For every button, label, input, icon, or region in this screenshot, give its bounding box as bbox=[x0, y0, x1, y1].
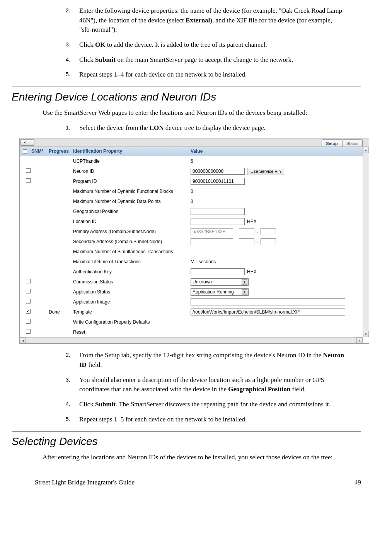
select-all-checkbox[interactable] bbox=[23, 149, 27, 153]
value-cell: 6 bbox=[189, 158, 363, 165]
value-cell: .. bbox=[189, 238, 363, 245]
static-value: 0 bbox=[191, 198, 193, 205]
table-row: Write Configuration Property Defaults bbox=[20, 317, 363, 327]
chevron-down-icon bbox=[242, 289, 247, 295]
value-cell: HEX bbox=[189, 268, 363, 275]
value-input[interactable] bbox=[191, 309, 345, 315]
table-body: UCPThandle6Neuron IDUse Service PinProgr… bbox=[20, 156, 369, 343]
vertical-scrollbar[interactable]: ▴ ▾ bbox=[363, 147, 369, 337]
property-label: Maximal Lifetime of Transactions bbox=[73, 259, 189, 265]
hex-label: HEX bbox=[247, 218, 257, 225]
value-input[interactable] bbox=[191, 178, 245, 185]
value-cell: 0 bbox=[189, 198, 363, 205]
property-label: Maximum Number of Dynamic Data Points bbox=[73, 198, 189, 205]
scroll-left-icon[interactable]: ◂ bbox=[20, 338, 26, 343]
step-4b: 4. Click Submit. The SmartServer discove… bbox=[66, 400, 361, 409]
step-number: 2. bbox=[66, 351, 79, 370]
row-checkbox[interactable] bbox=[26, 309, 31, 314]
node-input[interactable] bbox=[261, 228, 276, 235]
back-button[interactable]: <--- bbox=[20, 139, 34, 146]
step-3b: 3. You should also enter a description o… bbox=[66, 375, 361, 394]
property-label: Write Configuration Property Defaults bbox=[73, 319, 189, 326]
row-checkbox[interactable] bbox=[26, 299, 31, 303]
col-identification-property: Identification Property bbox=[73, 148, 189, 155]
row-checkbox[interactable] bbox=[26, 319, 31, 324]
step-number: 5. bbox=[66, 415, 79, 425]
value-cell: 0 bbox=[189, 188, 363, 195]
value-input[interactable] bbox=[191, 168, 245, 175]
subnet-input[interactable] bbox=[239, 238, 254, 245]
table-row: Authentication KeyHEX bbox=[20, 267, 363, 277]
domain-input[interactable] bbox=[191, 238, 233, 245]
value-cell: .. bbox=[189, 228, 363, 235]
property-label: UCPThandle bbox=[73, 158, 189, 165]
property-label: Secondary Address (Domain.Subnet.Node) bbox=[73, 239, 189, 245]
row-checkbox[interactable] bbox=[26, 289, 31, 293]
step-2: 2. Enter the following device properties… bbox=[66, 6, 361, 35]
steps-block-2: 2. From the Setup tab, specify the 12-di… bbox=[35, 351, 361, 424]
hex-label: HEX bbox=[247, 269, 257, 275]
tab-status[interactable]: Status bbox=[342, 139, 363, 147]
row-checkbox[interactable] bbox=[26, 178, 31, 183]
device-page-screenshot: <--- Setup Status SNM* Progress Identifi… bbox=[19, 138, 369, 344]
step-5: 5. Repeat steps 1–4 for each device on t… bbox=[66, 70, 361, 80]
property-label: Reset bbox=[73, 329, 189, 336]
step-text: Click Submit on the main SmartServer pag… bbox=[79, 55, 361, 65]
scroll-up-icon[interactable]: ▴ bbox=[363, 147, 369, 153]
horizontal-scrollbar[interactable]: ◂ ▸ bbox=[20, 337, 363, 343]
step-number: 2. bbox=[66, 6, 79, 35]
step-text: You should also enter a description of t… bbox=[79, 375, 361, 394]
step-number: 5. bbox=[66, 70, 79, 80]
table-row: UCPThandle6 bbox=[20, 156, 363, 166]
progress-text: Done bbox=[49, 309, 73, 315]
property-label: Maximum Number of Dynamic Functional Blo… bbox=[73, 188, 189, 195]
value-input[interactable] bbox=[191, 268, 245, 275]
table-row: Maximal Lifetime of TransactionsMillisec… bbox=[20, 257, 363, 267]
table-row: Application Image bbox=[20, 297, 363, 307]
static-value: Milliseconds bbox=[191, 259, 216, 265]
value-cell bbox=[189, 298, 363, 305]
step-number: 1. bbox=[66, 123, 79, 133]
property-label: Neuron ID bbox=[73, 168, 189, 175]
node-input[interactable] bbox=[261, 238, 276, 245]
steps-block-1: 2. Enter the following device properties… bbox=[35, 6, 361, 80]
property-label: Commission Status bbox=[73, 279, 189, 285]
use-service-pin-button[interactable]: Use Service Pin bbox=[247, 168, 284, 175]
table-row: DoneTemplate bbox=[20, 307, 363, 317]
page-number: 49 bbox=[355, 478, 361, 487]
subnet-input[interactable] bbox=[239, 228, 254, 235]
property-label: Maximum Number of Simultaneous Transacti… bbox=[73, 249, 189, 255]
step-number: 3. bbox=[66, 40, 79, 50]
property-label: Geographical Position bbox=[73, 208, 189, 215]
table-row: Maximum Number of Dynamic Data Points0 bbox=[20, 196, 363, 206]
table-row: Program ID bbox=[20, 176, 363, 186]
property-label: Primary Address (Domain.Subnet.Node) bbox=[73, 228, 189, 235]
table-row: Reset bbox=[20, 327, 363, 337]
table-header: SNM* Progress Identification Property Va… bbox=[20, 147, 369, 156]
value-input[interactable] bbox=[191, 208, 245, 215]
page-footer: Street Light Bridge Integrator's Guide 4… bbox=[35, 478, 361, 487]
row-checkbox[interactable] bbox=[26, 168, 31, 173]
value-cell bbox=[189, 309, 363, 315]
value-input[interactable] bbox=[191, 218, 245, 225]
row-checkbox[interactable] bbox=[26, 329, 31, 334]
footer-title: Street Light Bridge Integrator's Guide bbox=[35, 478, 135, 487]
value-cell bbox=[189, 178, 363, 185]
section-body-2: After entering the locations and Neuron … bbox=[43, 453, 361, 462]
step-text: Click Submit. The SmartServer discovers … bbox=[79, 400, 361, 409]
scroll-right-icon[interactable]: ▸ bbox=[356, 338, 363, 343]
domain-input[interactable] bbox=[191, 228, 233, 235]
value-select[interactable]: Unknown bbox=[191, 278, 249, 286]
value-cell: Unknown bbox=[189, 278, 363, 286]
row-checkbox[interactable] bbox=[26, 279, 31, 283]
tab-setup[interactable]: Setup bbox=[322, 139, 342, 147]
step-text: Click OK to add the device. It is added … bbox=[79, 40, 361, 50]
value-cell: Milliseconds bbox=[189, 259, 363, 265]
step-number: 3. bbox=[66, 375, 79, 394]
step-number: 4. bbox=[66, 400, 79, 409]
value-input[interactable] bbox=[191, 298, 345, 305]
step-2b: 2. From the Setup tab, specify the 12-di… bbox=[66, 351, 361, 370]
value-select[interactable]: Application Running bbox=[191, 288, 249, 296]
step-text: Enter the following device properties: t… bbox=[79, 6, 361, 35]
scroll-down-icon[interactable]: ▾ bbox=[363, 331, 369, 337]
